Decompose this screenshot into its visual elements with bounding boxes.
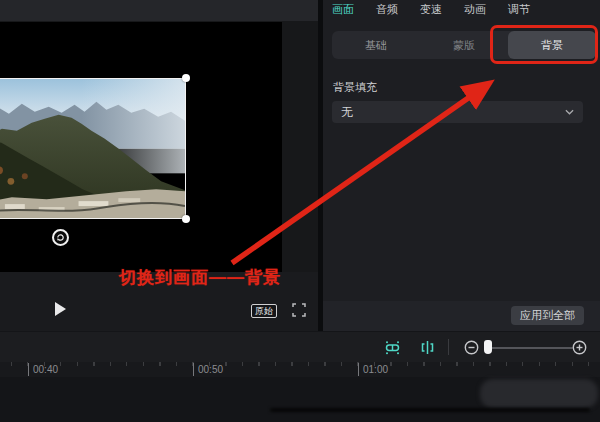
background-fill-dropdown[interactable]: 无 [332,101,583,123]
video-editor-window: 原始 切换到画面——背景 画面 音频 变速 动画 调节 基础 蒙版 背景 背景填… [0,0,600,422]
tab-yinpin[interactable]: 音频 [376,2,398,17]
annotation-red-box [490,25,598,64]
play-icon[interactable] [55,302,66,316]
panel-footer: 应用到全部 [323,301,600,331]
timeline-toolbar [0,332,600,362]
apply-to-all-button[interactable]: 应用到全部 [511,306,584,325]
dropdown-value: 无 [341,104,565,121]
timeline-ruler[interactable]: 00:40 00:50 01:00 [0,362,600,377]
selection-handle-top-right[interactable] [182,74,190,82]
zoom-slider-handle[interactable] [484,340,492,354]
fullscreen-icon[interactable] [292,303,306,317]
split-icon[interactable] [419,339,436,356]
timeline-tracks-area[interactable] [0,377,600,422]
selection-handle-bottom-right[interactable] [182,215,190,223]
toolbar-divider [448,339,449,355]
redacted-watermark-blob [480,379,598,408]
ruler-label-0050: 00:50 [193,363,223,376]
video-frame-image [0,79,185,218]
scale-badge[interactable]: 原始 [251,304,277,318]
auto-snap-icon[interactable] [384,339,401,356]
ruler-label-0040: 00:40 [28,363,58,376]
zoom-out-icon[interactable] [464,340,479,355]
preview-canvas[interactable] [0,22,282,272]
timeline-zoom-slider[interactable] [487,347,573,349]
tab-huamian[interactable]: 画面 [332,2,354,17]
ruler-label-0100: 01:00 [358,363,388,376]
tab-biansu[interactable]: 变速 [420,2,442,17]
rotate-handle-icon[interactable] [52,229,69,246]
subtab-jichu[interactable]: 基础 [332,31,420,59]
background-fill-label: 背景填充 [333,80,377,95]
clip-selection-frame[interactable] [0,78,186,219]
timeline-panel: 00:40 00:50 01:00 [0,331,600,422]
panel-tabs: 画面 音频 变速 动画 调节 [332,0,530,18]
annotation-text: 切换到画面——背景 [100,266,300,289]
zoom-in-icon[interactable] [572,340,587,355]
chevron-down-icon [565,109,574,115]
redacted-smear [270,408,590,412]
tab-tiaojie[interactable]: 调节 [508,2,530,17]
tab-donghua[interactable]: 动画 [464,2,486,17]
